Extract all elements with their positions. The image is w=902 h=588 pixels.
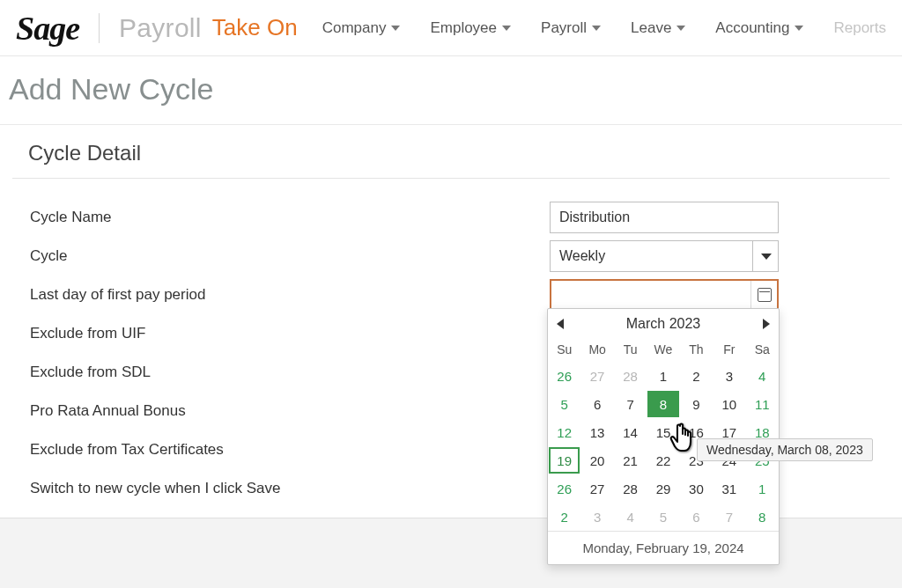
nav-reports: Reports <box>833 19 886 37</box>
calendar-day[interactable]: 28 <box>615 475 646 502</box>
brand-logo: Sage <box>16 9 99 48</box>
calendar-day[interactable]: 10 <box>713 391 744 417</box>
calendar-day[interactable]: 15 <box>647 419 678 445</box>
calendar-day[interactable]: 4 <box>747 363 778 389</box>
calendar-day[interactable]: 31 <box>713 475 744 502</box>
app-name-takeon: Take On <box>212 14 298 41</box>
chevron-down-icon <box>676 26 685 31</box>
cycle-label: Cycle <box>30 247 550 265</box>
date-tooltip: Wednesday, March 08, 2023 <box>697 438 873 461</box>
chevron-down-icon <box>502 26 511 31</box>
calendar-day[interactable]: 30 <box>681 475 712 502</box>
section-title: Cycle Detail <box>12 125 890 179</box>
calendar-dow: Sa <box>746 339 779 362</box>
nav-employee[interactable]: Employee <box>430 19 511 37</box>
cycle-select-value[interactable] <box>550 240 779 272</box>
calendar-day[interactable]: 19 <box>549 447 580 474</box>
calendar-day[interactable]: 29 <box>647 475 678 502</box>
calendar-button[interactable] <box>750 281 777 309</box>
calendar-day[interactable]: 1 <box>647 363 678 389</box>
calendar-day[interactable]: 7 <box>713 503 744 530</box>
nav-company[interactable]: Company <box>322 19 401 37</box>
calendar-footer[interactable]: Monday, February 19, 2024 <box>548 531 779 564</box>
calendar-dow: Su <box>548 339 580 362</box>
calendar-dow: Mo <box>580 339 613 362</box>
chevron-down-icon <box>592 26 601 31</box>
logo-divider <box>99 13 100 43</box>
calendar-dow: We <box>647 339 679 362</box>
calendar-day[interactable]: 27 <box>581 363 612 389</box>
calendar-day[interactable]: 3 <box>713 363 744 389</box>
datepicker-popup: March 2023 SuMoTuWeThFrSa 26272812345678… <box>547 308 780 565</box>
calendar-day[interactable]: 2 <box>549 503 580 530</box>
calendar-day[interactable]: 8 <box>747 503 778 530</box>
calendar-icon <box>758 288 772 302</box>
calendar-day[interactable]: 21 <box>615 447 646 474</box>
nav-leave-label: Leave <box>631 19 671 37</box>
cycle-select[interactable] <box>550 240 779 272</box>
nav-accounting[interactable]: Accounting <box>715 19 803 37</box>
calendar-day[interactable]: 7 <box>615 391 646 417</box>
chevron-down-icon <box>391 26 400 31</box>
calendar-day[interactable]: 8 <box>647 391 678 417</box>
nav-leave[interactable]: Leave <box>631 19 685 37</box>
row-cycle: Cycle <box>30 237 872 276</box>
row-cycle-name: Cycle Name <box>30 198 872 237</box>
exclude-uif-label: Exclude from UIF <box>30 325 550 342</box>
calendar-day[interactable]: 12 <box>549 419 580 445</box>
calendar-day[interactable]: 1 <box>747 475 778 502</box>
calendar-day[interactable]: 4 <box>615 503 646 530</box>
calendar-day[interactable]: 26 <box>549 363 580 389</box>
calendar-dow: Fr <box>713 339 745 362</box>
calendar-day[interactable]: 9 <box>681 391 712 417</box>
exclude-sdl-label: Exclude from SDL <box>30 364 550 381</box>
chevron-down-icon <box>795 26 803 31</box>
nav-menus: Company Employee Payroll Leave Accountin… <box>322 19 886 37</box>
calendar-day[interactable]: 28 <box>615 363 646 389</box>
nav-accounting-label: Accounting <box>715 19 789 37</box>
calendar-day[interactable]: 27 <box>581 475 612 502</box>
app-name-payroll: Payroll <box>119 13 202 43</box>
calendar-prev-button[interactable] <box>557 319 564 329</box>
calendar-day[interactable]: 6 <box>581 391 612 417</box>
pro-rata-label: Pro Rata Annual Bonus <box>30 402 550 420</box>
calendar-day[interactable]: 3 <box>581 503 612 530</box>
calendar-day[interactable]: 22 <box>647 447 678 474</box>
cycle-name-input[interactable] <box>550 202 779 233</box>
calendar-day[interactable]: 13 <box>581 419 612 445</box>
calendar-day[interactable]: 14 <box>615 419 646 445</box>
cycle-name-label: Cycle Name <box>30 209 550 226</box>
calendar-next-button[interactable] <box>763 319 770 329</box>
calendar-day[interactable]: 11 <box>747 391 778 417</box>
calendar-day[interactable]: 26 <box>549 475 580 502</box>
calendar-day[interactable]: 20 <box>581 447 612 474</box>
calendar-day[interactable]: 5 <box>647 503 678 530</box>
nav-reports-label: Reports <box>833 19 886 37</box>
calendar-grid: SuMoTuWeThFrSa 2627281234567891011121314… <box>548 339 779 531</box>
nav-payroll-label: Payroll <box>541 19 587 37</box>
last-day-input[interactable] <box>550 279 779 311</box>
top-nav: Sage Payroll Take On Company Employee Pa… <box>0 0 902 56</box>
last-day-label: Last day of first pay period <box>30 286 550 304</box>
calendar-header: March 2023 <box>548 309 779 339</box>
calendar-dow: Tu <box>614 339 647 362</box>
calendar-day[interactable]: 6 <box>681 503 712 530</box>
calendar-day[interactable]: 5 <box>549 391 580 417</box>
nav-employee-label: Employee <box>430 19 497 37</box>
last-day-datepicker[interactable] <box>550 279 779 311</box>
nav-payroll[interactable]: Payroll <box>541 19 601 37</box>
exclude-tax-label: Exclude from Tax Certificates <box>30 441 550 459</box>
calendar-day[interactable]: 2 <box>681 363 712 389</box>
calendar-dow: Th <box>680 339 713 362</box>
page-title: Add New Cycle <box>0 56 902 125</box>
nav-company-label: Company <box>322 19 387 37</box>
switch-save-label: Switch to new cycle when I click Save <box>30 480 550 497</box>
calendar-title[interactable]: March 2023 <box>626 316 701 332</box>
